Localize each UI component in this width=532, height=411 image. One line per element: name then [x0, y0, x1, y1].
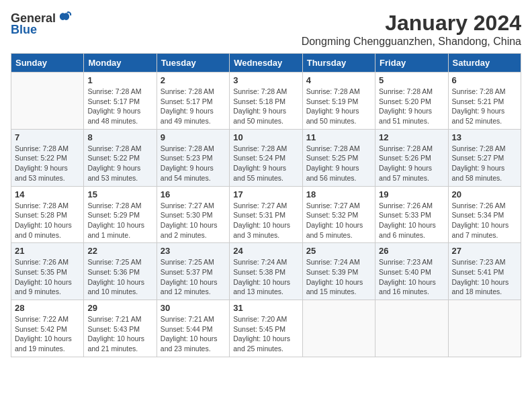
day-info: Sunrise: 7:21 AM Sunset: 5:43 PM Dayligh…: [87, 314, 152, 354]
day-number: 29: [87, 303, 152, 313]
table-row: 19Sunrise: 7:26 AM Sunset: 5:33 PM Dayli…: [375, 186, 448, 243]
day-number: 9: [161, 132, 226, 142]
day-number: 16: [161, 189, 226, 199]
day-info: Sunrise: 7:28 AM Sunset: 5:19 PM Dayligh…: [306, 87, 371, 126]
day-info: Sunrise: 7:28 AM Sunset: 5:26 PM Dayligh…: [379, 144, 444, 183]
day-number: 19: [379, 189, 444, 199]
calendar-table: Sunday Monday Tuesday Wednesday Thursday…: [11, 53, 521, 357]
day-number: 13: [452, 132, 517, 142]
table-row: 26Sunrise: 7:23 AM Sunset: 5:40 PM Dayli…: [375, 243, 448, 300]
day-number: 30: [161, 303, 226, 313]
header-monday: Monday: [84, 54, 157, 73]
day-info: Sunrise: 7:28 AM Sunset: 5:17 PM Dayligh…: [161, 87, 226, 126]
day-number: 1: [87, 75, 152, 85]
header-wednesday: Wednesday: [230, 54, 302, 73]
table-row: [375, 300, 448, 357]
day-number: 3: [233, 75, 298, 85]
table-row: 10Sunrise: 7:28 AM Sunset: 5:24 PM Dayli…: [230, 129, 302, 186]
table-row: [302, 300, 375, 357]
calendar-week-row: 28Sunrise: 7:22 AM Sunset: 5:42 PM Dayli…: [11, 300, 521, 357]
table-row: 16Sunrise: 7:27 AM Sunset: 5:30 PM Dayli…: [157, 186, 229, 243]
table-row: 8Sunrise: 7:28 AM Sunset: 5:22 PM Daylig…: [84, 129, 157, 186]
header-tuesday: Tuesday: [157, 54, 229, 73]
table-row: 12Sunrise: 7:28 AM Sunset: 5:26 PM Dayli…: [375, 129, 448, 186]
day-info: Sunrise: 7:28 AM Sunset: 5:29 PM Dayligh…: [87, 201, 152, 240]
table-row: 25Sunrise: 7:24 AM Sunset: 5:39 PM Dayli…: [302, 243, 375, 300]
day-info: Sunrise: 7:27 AM Sunset: 5:30 PM Dayligh…: [161, 201, 226, 240]
day-info: Sunrise: 7:28 AM Sunset: 5:20 PM Dayligh…: [379, 87, 444, 126]
day-number: 27: [452, 246, 517, 256]
day-number: 28: [15, 303, 80, 313]
day-info: Sunrise: 7:26 AM Sunset: 5:34 PM Dayligh…: [452, 201, 517, 240]
logo-bird-icon: [57, 11, 72, 26]
title-area: January 2024 Dongming Chengguanzhen, Sha…: [302, 11, 521, 48]
day-info: Sunrise: 7:21 AM Sunset: 5:44 PM Dayligh…: [161, 314, 226, 354]
day-info: Sunrise: 7:26 AM Sunset: 5:33 PM Dayligh…: [379, 201, 444, 240]
day-info: Sunrise: 7:20 AM Sunset: 5:45 PM Dayligh…: [233, 314, 298, 354]
header-saturday: Saturday: [448, 54, 521, 73]
day-number: 15: [87, 189, 152, 199]
table-row: 2Sunrise: 7:28 AM Sunset: 5:17 PM Daylig…: [157, 73, 229, 130]
day-info: Sunrise: 7:28 AM Sunset: 5:27 PM Dayligh…: [452, 144, 517, 183]
day-number: 11: [306, 132, 371, 142]
day-info: Sunrise: 7:22 AM Sunset: 5:42 PM Dayligh…: [15, 314, 80, 354]
table-row: 18Sunrise: 7:27 AM Sunset: 5:32 PM Dayli…: [302, 186, 375, 243]
day-number: 18: [306, 189, 371, 199]
day-info: Sunrise: 7:28 AM Sunset: 5:25 PM Dayligh…: [306, 144, 371, 183]
table-row: 30Sunrise: 7:21 AM Sunset: 5:44 PM Dayli…: [157, 300, 229, 357]
day-number: 10: [233, 132, 298, 142]
logo-blue-text: Blue: [11, 23, 37, 37]
table-row: 5Sunrise: 7:28 AM Sunset: 5:20 PM Daylig…: [375, 73, 448, 130]
day-info: Sunrise: 7:28 AM Sunset: 5:22 PM Dayligh…: [15, 144, 80, 183]
day-number: 12: [379, 132, 444, 142]
logo: General Blue: [11, 11, 72, 37]
day-number: 21: [15, 246, 80, 256]
day-info: Sunrise: 7:23 AM Sunset: 5:40 PM Dayligh…: [379, 257, 444, 297]
day-number: 5: [379, 75, 444, 85]
header-sunday: Sunday: [11, 54, 84, 73]
page-header: General Blue January 2024 Dongming Cheng…: [11, 11, 521, 48]
table-row: 31Sunrise: 7:20 AM Sunset: 5:45 PM Dayli…: [230, 300, 302, 357]
day-number: 7: [15, 132, 80, 142]
table-row: 22Sunrise: 7:25 AM Sunset: 5:36 PM Dayli…: [84, 243, 157, 300]
day-info: Sunrise: 7:28 AM Sunset: 5:22 PM Dayligh…: [87, 144, 152, 183]
table-row: 21Sunrise: 7:26 AM Sunset: 5:35 PM Dayli…: [11, 243, 84, 300]
day-info: Sunrise: 7:24 AM Sunset: 5:39 PM Dayligh…: [306, 257, 371, 297]
day-number: 24: [233, 246, 298, 256]
day-info: Sunrise: 7:27 AM Sunset: 5:32 PM Dayligh…: [306, 201, 371, 240]
day-number: 26: [379, 246, 444, 256]
day-number: 31: [233, 303, 298, 313]
table-row: 15Sunrise: 7:28 AM Sunset: 5:29 PM Dayli…: [84, 186, 157, 243]
table-row: 14Sunrise: 7:28 AM Sunset: 5:28 PM Dayli…: [11, 186, 84, 243]
day-info: Sunrise: 7:28 AM Sunset: 5:17 PM Dayligh…: [87, 87, 152, 126]
table-row: 9Sunrise: 7:28 AM Sunset: 5:23 PM Daylig…: [157, 129, 229, 186]
day-number: 2: [161, 75, 226, 85]
day-number: 6: [452, 75, 517, 85]
table-row: 3Sunrise: 7:28 AM Sunset: 5:18 PM Daylig…: [230, 73, 302, 130]
weekday-header-row: Sunday Monday Tuesday Wednesday Thursday…: [11, 54, 521, 73]
day-info: Sunrise: 7:24 AM Sunset: 5:38 PM Dayligh…: [233, 257, 298, 297]
location-subtitle: Dongming Chengguanzhen, Shandong, China: [302, 36, 521, 48]
calendar-week-row: 21Sunrise: 7:26 AM Sunset: 5:35 PM Dayli…: [11, 243, 521, 300]
day-number: 25: [306, 246, 371, 256]
table-row: 6Sunrise: 7:28 AM Sunset: 5:21 PM Daylig…: [448, 73, 521, 130]
calendar-week-row: 1Sunrise: 7:28 AM Sunset: 5:17 PM Daylig…: [11, 73, 521, 130]
table-row: 27Sunrise: 7:23 AM Sunset: 5:41 PM Dayli…: [448, 243, 521, 300]
day-info: Sunrise: 7:27 AM Sunset: 5:31 PM Dayligh…: [233, 201, 298, 240]
table-row: 17Sunrise: 7:27 AM Sunset: 5:31 PM Dayli…: [230, 186, 302, 243]
table-row: 24Sunrise: 7:24 AM Sunset: 5:38 PM Dayli…: [230, 243, 302, 300]
table-row: 23Sunrise: 7:25 AM Sunset: 5:37 PM Dayli…: [157, 243, 229, 300]
day-number: 23: [161, 246, 226, 256]
day-number: 20: [452, 189, 517, 199]
day-info: Sunrise: 7:23 AM Sunset: 5:41 PM Dayligh…: [452, 257, 517, 297]
day-info: Sunrise: 7:28 AM Sunset: 5:28 PM Dayligh…: [15, 201, 80, 240]
day-info: Sunrise: 7:26 AM Sunset: 5:35 PM Dayligh…: [15, 257, 80, 297]
day-info: Sunrise: 7:25 AM Sunset: 5:37 PM Dayligh…: [161, 257, 226, 297]
day-info: Sunrise: 7:28 AM Sunset: 5:23 PM Dayligh…: [161, 144, 226, 183]
table-row: 4Sunrise: 7:28 AM Sunset: 5:19 PM Daylig…: [302, 73, 375, 130]
month-title: January 2024: [302, 11, 521, 36]
day-number: 4: [306, 75, 371, 85]
day-info: Sunrise: 7:28 AM Sunset: 5:24 PM Dayligh…: [233, 144, 298, 183]
table-row: [11, 73, 84, 130]
table-row: 11Sunrise: 7:28 AM Sunset: 5:25 PM Dayli…: [302, 129, 375, 186]
